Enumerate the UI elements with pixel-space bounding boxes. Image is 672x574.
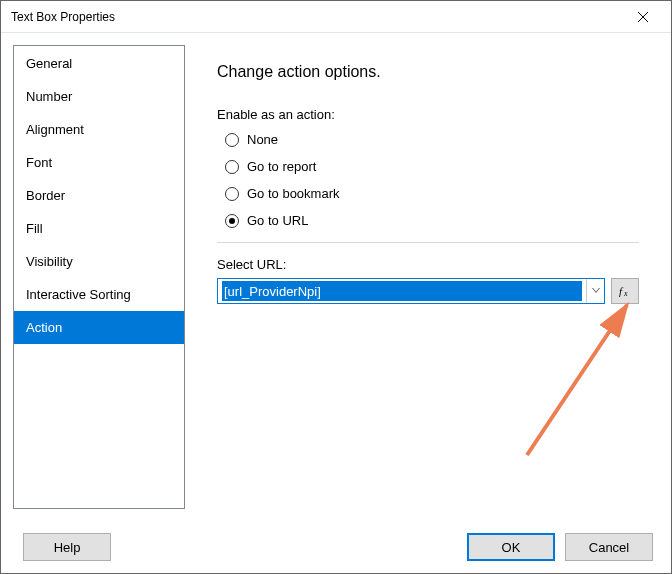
radio-row-go-to-report[interactable]: Go to report	[225, 159, 639, 174]
sidebar-item-label: Alignment	[26, 122, 84, 137]
content-panel: Change action options. Enable as an acti…	[197, 45, 659, 509]
chevron-down-icon	[592, 288, 600, 294]
select-url-combobox[interactable]: [url_ProviderNpi]	[217, 278, 605, 304]
cancel-button[interactable]: Cancel	[565, 533, 653, 561]
window-title: Text Box Properties	[11, 10, 623, 24]
close-button[interactable]	[623, 3, 663, 31]
select-url-row: [url_ProviderNpi] f x	[217, 278, 639, 304]
sidebar-item-label: Visibility	[26, 254, 73, 269]
select-url-label: Select URL:	[217, 257, 639, 272]
action-radio-group: None Go to report Go to bookmark Go to U…	[225, 132, 639, 228]
svg-line-4	[527, 305, 627, 455]
radio-label: None	[247, 132, 278, 147]
select-url-value: [url_ProviderNpi]	[222, 281, 582, 301]
sidebar: General Number Alignment Font Border Fil…	[13, 45, 185, 509]
radio-row-go-to-url[interactable]: Go to URL	[225, 213, 639, 228]
radio-row-go-to-bookmark[interactable]: Go to bookmark	[225, 186, 639, 201]
sidebar-item-label: Action	[26, 320, 62, 335]
button-label: Cancel	[589, 540, 629, 555]
dialog: Text Box Properties General Number Align…	[0, 0, 672, 574]
sidebar-item-visibility[interactable]: Visibility	[14, 245, 184, 278]
dialog-body: General Number Alignment Font Border Fil…	[1, 33, 671, 521]
sidebar-item-label: General	[26, 56, 72, 71]
separator	[217, 242, 639, 243]
sidebar-item-label: Number	[26, 89, 72, 104]
radio-icon	[225, 187, 239, 201]
radio-icon	[225, 160, 239, 174]
fx-icon: f x	[618, 284, 632, 298]
svg-text:x: x	[623, 289, 628, 298]
sidebar-item-alignment[interactable]: Alignment	[14, 113, 184, 146]
button-label: Help	[54, 540, 81, 555]
radio-label: Go to URL	[247, 213, 308, 228]
radio-icon	[225, 214, 239, 228]
sidebar-item-border[interactable]: Border	[14, 179, 184, 212]
panel-heading: Change action options.	[217, 63, 639, 81]
radio-icon	[225, 133, 239, 147]
enable-as-action-label: Enable as an action:	[217, 107, 639, 122]
ok-button[interactable]: OK	[467, 533, 555, 561]
close-icon	[638, 12, 648, 22]
sidebar-item-fill[interactable]: Fill	[14, 212, 184, 245]
sidebar-item-label: Fill	[26, 221, 43, 236]
sidebar-item-general[interactable]: General	[14, 47, 184, 80]
sidebar-item-label: Border	[26, 188, 65, 203]
sidebar-item-label: Interactive Sorting	[26, 287, 131, 302]
sidebar-item-label: Font	[26, 155, 52, 170]
button-label: OK	[502, 540, 521, 555]
help-button[interactable]: Help	[23, 533, 111, 561]
sidebar-item-number[interactable]: Number	[14, 80, 184, 113]
radio-row-none[interactable]: None	[225, 132, 639, 147]
titlebar: Text Box Properties	[1, 1, 671, 33]
sidebar-item-font[interactable]: Font	[14, 146, 184, 179]
sidebar-item-interactive-sorting[interactable]: Interactive Sorting	[14, 278, 184, 311]
radio-label: Go to bookmark	[247, 186, 340, 201]
expression-button[interactable]: f x	[611, 278, 639, 304]
sidebar-item-action[interactable]: Action	[14, 311, 184, 344]
annotation-arrow	[497, 295, 657, 465]
dialog-footer: Help OK Cancel	[1, 521, 671, 573]
combobox-dropdown-button[interactable]	[586, 279, 604, 303]
radio-label: Go to report	[247, 159, 316, 174]
